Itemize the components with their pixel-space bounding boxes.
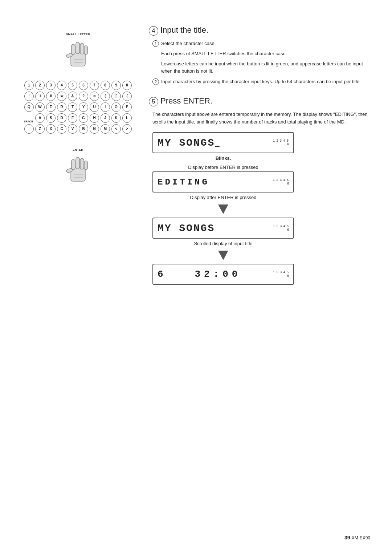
key-p[interactable]: P bbox=[122, 102, 132, 112]
key-m[interactable]: M bbox=[101, 124, 110, 134]
display-box-2: EDITING 1 2 3 4 5 6 bbox=[152, 171, 294, 193]
svg-marker-17 bbox=[218, 251, 228, 260]
section5-num: 5 bbox=[149, 97, 158, 106]
key-x[interactable]: ✕ bbox=[90, 92, 99, 101]
sub-step-2-text: Input characters by pressing the charact… bbox=[161, 78, 361, 85]
key-d[interactable]: D bbox=[57, 113, 66, 123]
key-k[interactable]: K bbox=[111, 113, 121, 123]
track-nums-4: 1 2 3 4 5 6 bbox=[273, 271, 289, 278]
track-bottom-1: 6 bbox=[287, 143, 289, 146]
section4-substeps: 1 Select the character case. Each press … bbox=[152, 40, 370, 85]
key-r[interactable]: R bbox=[57, 102, 66, 112]
key-lt[interactable]: < bbox=[111, 124, 121, 134]
section5-title: Press ENTER. bbox=[160, 96, 212, 106]
arrow-down-icon-2 bbox=[217, 250, 230, 262]
key-space[interactable]: SPACE bbox=[24, 124, 34, 134]
key-x2[interactable]: X bbox=[46, 124, 56, 134]
sub-step-1-indent1: Each press of SMALL LETTER switches the … bbox=[161, 50, 370, 57]
display-text-3: MY SONGS bbox=[158, 223, 215, 234]
key-y[interactable]: Y bbox=[79, 102, 88, 112]
key-quest[interactable]: ? bbox=[79, 92, 88, 101]
key-excl[interactable]: ! bbox=[24, 92, 34, 101]
svg-rect-9 bbox=[72, 159, 75, 170]
display-box-4: 6 32:00 1 2 3 4 5 6 bbox=[152, 264, 294, 285]
page: SMALL LETTER 1 2 bbox=[0, 0, 392, 555]
caption-3: Scrolled display of input title bbox=[152, 241, 294, 246]
section5: 5 Press ENTER. The characters input abov… bbox=[149, 96, 370, 285]
track-top-2: 1 2 3 4 5 bbox=[273, 178, 289, 182]
key-v[interactable]: V bbox=[68, 124, 77, 134]
key-amp[interactable]: & bbox=[68, 92, 77, 101]
display-text-4: 6 32:00 bbox=[158, 269, 241, 280]
display-box-3: MY SONGS 1 2 3 4 5 6 bbox=[152, 218, 294, 239]
section4-num: 4 bbox=[149, 26, 158, 36]
key-row-1: 1 2 3 4 5 6 7 8 9 0 bbox=[24, 81, 132, 90]
key-5[interactable]: 5 bbox=[68, 81, 77, 90]
svg-rect-11 bbox=[80, 158, 84, 169]
key-a[interactable]: A bbox=[35, 113, 45, 123]
key-lparen[interactable]: ( bbox=[101, 92, 110, 101]
key-z[interactable]: Z bbox=[35, 124, 45, 134]
key-row-5: SPACE Z X C V B N M < > bbox=[24, 124, 132, 134]
key-i[interactable]: I bbox=[101, 102, 110, 112]
sub-step-2: 2 Input characters by pressing the chara… bbox=[152, 78, 370, 85]
page-number: 39 bbox=[344, 535, 350, 540]
arrow-down-icon bbox=[217, 204, 230, 215]
key-u[interactable]: U bbox=[90, 102, 99, 112]
key-lbracket[interactable]: [ bbox=[111, 92, 121, 101]
key-8[interactable]: 8 bbox=[101, 81, 110, 90]
key-6[interactable]: 6 bbox=[79, 81, 88, 90]
left-column: SMALL LETTER 1 2 bbox=[22, 22, 134, 533]
enter-label: ENTER bbox=[73, 148, 83, 151]
svg-rect-4 bbox=[84, 46, 87, 54]
key-row-2: ! ♩ # ★ & ? ✕ ( [ { bbox=[24, 92, 132, 101]
key-1[interactable]: 1 bbox=[24, 81, 34, 90]
key-3[interactable]: 3 bbox=[46, 81, 56, 90]
arrow-1 bbox=[152, 204, 294, 215]
key-c[interactable]: C bbox=[57, 124, 66, 134]
key-2[interactable]: 2 bbox=[35, 81, 45, 90]
enter-section: ENTER bbox=[64, 148, 93, 186]
track-top-1: 1 2 3 4 5 bbox=[273, 139, 289, 143]
track-bottom-4: 6 bbox=[287, 274, 289, 278]
key-f[interactable]: F bbox=[68, 113, 77, 123]
display-text-2: EDITING bbox=[158, 177, 209, 187]
key-lbrace[interactable]: { bbox=[122, 92, 132, 101]
key-o[interactable]: O bbox=[111, 102, 121, 112]
key-b[interactable]: B bbox=[79, 124, 88, 134]
key-n[interactable]: N bbox=[90, 124, 99, 134]
track-nums-1: 1 2 3 4 5 6 bbox=[273, 139, 289, 146]
key-4[interactable]: 4 bbox=[57, 81, 66, 90]
sub-step-1-num: 1 bbox=[152, 40, 159, 47]
svg-rect-1 bbox=[72, 44, 75, 54]
key-t[interactable]: T bbox=[68, 102, 77, 112]
key-g[interactable]: G bbox=[79, 113, 88, 123]
key-q[interactable]: Q bbox=[24, 102, 34, 112]
section4-title: Input the title. bbox=[160, 25, 208, 35]
key-hash[interactable]: # bbox=[46, 92, 56, 101]
key-h[interactable]: H bbox=[90, 113, 99, 123]
key-w[interactable]: W bbox=[35, 102, 45, 112]
key-0[interactable]: 0 bbox=[122, 81, 132, 90]
section4: 4 Input the title. 1 Select the characte… bbox=[149, 25, 370, 85]
key-l[interactable]: L bbox=[122, 113, 132, 123]
display-text-1: MY SONGS▁ bbox=[158, 137, 220, 149]
key-j[interactable]: J bbox=[101, 113, 110, 123]
key-gt[interactable]: > bbox=[122, 124, 132, 134]
key-star[interactable]: ★ bbox=[57, 92, 66, 101]
key-note[interactable]: ♩ bbox=[35, 92, 45, 101]
right-column: 4 Input the title. 1 Select the characte… bbox=[134, 22, 370, 533]
svg-rect-10 bbox=[76, 157, 79, 169]
caption-1-bold: Blinks. bbox=[152, 155, 294, 161]
display-box-1: MY SONGS▁ 1 2 3 4 5 6 bbox=[152, 132, 294, 153]
track-bottom-2: 6 bbox=[287, 182, 289, 186]
key-9[interactable]: 9 bbox=[111, 81, 121, 90]
key-s[interactable]: S bbox=[46, 113, 56, 123]
key-e[interactable]: E bbox=[46, 102, 56, 112]
page-footer: 39XM-EX90 bbox=[344, 535, 370, 540]
enter-hand-icon bbox=[64, 153, 93, 186]
section4-heading: 4 Input the title. bbox=[149, 25, 370, 36]
svg-rect-2 bbox=[76, 42, 79, 54]
svg-marker-16 bbox=[218, 204, 228, 214]
key-7[interactable]: 7 bbox=[90, 81, 99, 90]
